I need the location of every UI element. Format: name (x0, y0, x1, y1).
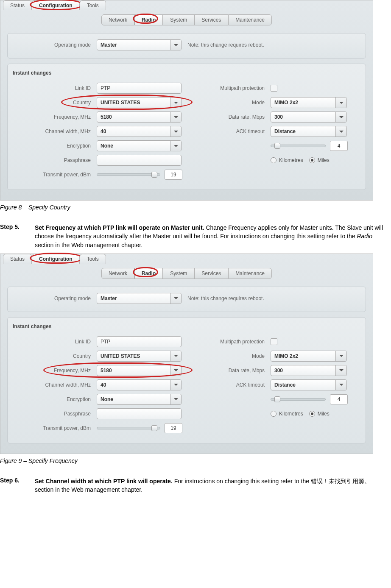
frequency-select[interactable]: 5180 (97, 111, 182, 123)
instant-changes-panel: Instant changes Link ID PTP Country UNIT… (7, 64, 366, 190)
subtab-system[interactable]: System (163, 268, 194, 279)
passphrase-input[interactable] (97, 155, 182, 166)
tab-configuration-label: Configuration (39, 256, 73, 262)
passphrase-input[interactable] (97, 408, 182, 419)
distance-value[interactable]: 4 (330, 141, 348, 151)
tab-configuration[interactable]: Configuration (32, 0, 80, 10)
encryption-value: None (101, 396, 113, 402)
radio-miles[interactable]: Miles (309, 157, 330, 163)
transmit-power-slider[interactable] (97, 427, 160, 429)
frequency-value: 5180 (101, 114, 112, 120)
radio-kilometres-label: Kilometres (279, 157, 303, 163)
figure-8-caption: Figure 8 – Specify Country (0, 204, 391, 211)
country-value: UNITED STATES (101, 100, 140, 106)
chevron-down-icon (335, 380, 346, 390)
radio-kilometres[interactable]: Kilometres (271, 157, 303, 163)
mode-label: Mode (194, 100, 271, 106)
operating-mode-label: Operating mode (12, 42, 97, 48)
data-rate-value: 300 (274, 368, 283, 373)
step-5-title: Set Frequency at which PTP link will ope… (35, 224, 204, 231)
step-6-label: Step 6. (0, 477, 33, 484)
radio-miles[interactable]: Miles (309, 411, 330, 417)
step-5-italic: Radio (357, 233, 372, 240)
figure-9-caption: Figure 9 – Specify Frequency (0, 457, 391, 464)
chevron-down-icon (170, 365, 181, 376)
subtab-system[interactable]: System (163, 14, 194, 25)
chevron-down-icon (170, 112, 181, 122)
mode-select[interactable]: MIMO 2x2 (271, 97, 347, 108)
distance-value[interactable]: 4 (330, 394, 348, 404)
country-label: Country (12, 353, 97, 359)
ack-timeout-select[interactable]: Distance (271, 126, 347, 137)
transmit-power-label: Transmit power, dBm (12, 172, 97, 178)
subtab-network[interactable]: Network (101, 268, 134, 279)
step-5-body: Set Frequency at which PTP link will ope… (35, 223, 387, 249)
radio-kilometres-label: Kilometres (279, 411, 303, 417)
country-label: Country (12, 100, 97, 106)
transmit-power-value[interactable]: 19 (165, 170, 182, 180)
data-rate-select[interactable]: 300 (271, 111, 347, 123)
distance-slider[interactable] (271, 145, 326, 147)
encryption-label: Encryption (12, 143, 97, 149)
sub-tabs: Network Radio System Services Maintenanc… (0, 10, 373, 33)
instant-changes-panel: Instant changes Link ID PTP Country UNIT… (7, 317, 366, 443)
operating-mode-select[interactable]: Master (97, 39, 182, 50)
chevron-down-icon (170, 40, 181, 50)
link-id-label: Link ID (12, 85, 97, 91)
chevron-down-icon (335, 365, 346, 376)
encryption-select[interactable]: None (97, 140, 182, 151)
subtab-radio[interactable]: Radio (134, 268, 163, 279)
sub-tabs: Network Radio System Services Maintenanc… (0, 264, 373, 287)
chevron-down-icon (170, 293, 181, 304)
operating-mode-select[interactable]: Master (97, 293, 182, 304)
multipath-checkbox[interactable] (271, 85, 277, 92)
subtab-services[interactable]: Services (194, 14, 228, 25)
radio-kilometres[interactable]: Kilometres (271, 411, 303, 417)
chevron-down-icon (170, 98, 181, 108)
channel-width-select[interactable]: 40 (97, 379, 182, 390)
country-select[interactable]: UNITED STATES (97, 351, 182, 362)
country-select[interactable]: UNITED STATES (97, 97, 182, 108)
frequency-select[interactable]: 5180 (97, 365, 182, 376)
subtab-services[interactable]: Services (194, 268, 228, 279)
subtab-maintenance[interactable]: Maintenance (228, 14, 272, 25)
multipath-label: Multipath protection (194, 85, 271, 91)
multipath-checkbox[interactable] (271, 338, 277, 345)
tab-tools[interactable]: Tools (80, 254, 106, 264)
ack-timeout-label: ACK timeout (194, 382, 271, 388)
screenshot-figure-9: Status Configuration Tools Network Radio… (0, 254, 373, 454)
link-id-input[interactable]: PTP (97, 336, 182, 347)
channel-width-select[interactable]: 40 (97, 126, 182, 137)
chevron-down-icon (170, 126, 181, 137)
mode-select[interactable]: MIMO 2x2 (271, 351, 347, 362)
link-id-input[interactable]: PTP (97, 83, 182, 94)
data-rate-value: 300 (274, 114, 283, 120)
transmit-power-value[interactable]: 19 (165, 423, 182, 433)
radio-miles-label: Miles (318, 157, 330, 163)
frequency-value: 5180 (101, 368, 112, 373)
tab-tools[interactable]: Tools (80, 0, 106, 10)
ack-timeout-select[interactable]: Distance (271, 379, 347, 390)
right-column: Multipath protection Mode MIMO 2x2 Data … (194, 334, 361, 435)
mode-label: Mode (194, 353, 271, 359)
operating-mode-value: Master (101, 295, 117, 301)
transmit-power-slider[interactable] (97, 173, 160, 176)
encryption-value: None (101, 143, 113, 149)
encryption-label: Encryption (12, 396, 97, 402)
subtab-radio[interactable]: Radio (134, 14, 163, 25)
distance-slider[interactable] (271, 398, 326, 401)
subtab-radio-label: Radio (142, 270, 156, 276)
data-rate-select[interactable]: 300 (271, 365, 347, 376)
operating-mode-panel: Operating mode Master Note: this change … (7, 33, 366, 59)
ack-timeout-value: Distance (274, 382, 296, 388)
chevron-down-icon (170, 141, 181, 151)
subtab-maintenance[interactable]: Maintenance (228, 268, 272, 279)
encryption-select[interactable]: None (97, 394, 182, 405)
subtab-network[interactable]: Network (101, 14, 134, 25)
tab-status[interactable]: Status (3, 0, 32, 10)
step-6-title: Set Channel width at which PTP link will… (35, 478, 173, 485)
tab-status[interactable]: Status (3, 254, 32, 264)
tab-configuration[interactable]: Configuration (32, 254, 80, 264)
operating-mode-value: Master (101, 42, 117, 48)
frequency-label: Frequency, MHz (12, 114, 97, 120)
